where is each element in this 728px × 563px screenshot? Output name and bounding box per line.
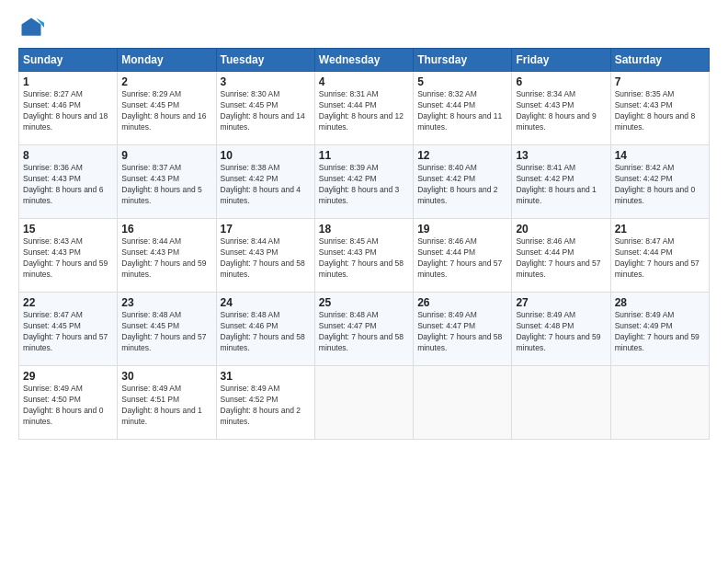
day-info: Sunrise: 8:49 AMSunset: 4:50 PMDaylight:… — [23, 384, 113, 428]
day-number: 31 — [221, 370, 311, 383]
calendar-cell: 3Sunrise: 8:30 AMSunset: 4:45 PMDaylight… — [216, 72, 314, 145]
day-number: 5 — [417, 75, 507, 88]
day-info: Sunrise: 8:47 AMSunset: 4:45 PMDaylight:… — [23, 310, 113, 354]
day-number: 26 — [417, 296, 507, 309]
logo-icon — [18, 15, 44, 40]
day-info: Sunrise: 8:48 AMSunset: 4:45 PMDaylight:… — [121, 310, 211, 354]
day-number: 13 — [516, 149, 606, 162]
day-info: Sunrise: 8:32 AMSunset: 4:44 PMDaylight:… — [417, 89, 507, 133]
day-info: Sunrise: 8:38 AMSunset: 4:42 PMDaylight:… — [221, 163, 311, 207]
day-info: Sunrise: 8:31 AMSunset: 4:44 PMDaylight:… — [319, 89, 409, 133]
calendar-cell — [314, 366, 413, 440]
calendar-cell: 20Sunrise: 8:46 AMSunset: 4:44 PMDayligh… — [512, 219, 610, 293]
day-number: 4 — [319, 75, 409, 88]
calendar-cell: 12Sunrise: 8:40 AMSunset: 4:42 PMDayligh… — [414, 145, 512, 219]
calendar-cell: 26Sunrise: 8:49 AMSunset: 4:47 PMDayligh… — [414, 293, 512, 366]
day-info: Sunrise: 8:44 AMSunset: 4:43 PMDaylight:… — [121, 236, 211, 281]
calendar-cell: 5Sunrise: 8:32 AMSunset: 4:44 PMDaylight… — [414, 72, 512, 145]
calendar-cell: 25Sunrise: 8:48 AMSunset: 4:47 PMDayligh… — [314, 293, 413, 366]
calendar-cell: 6Sunrise: 8:34 AMSunset: 4:43 PMDaylight… — [512, 72, 610, 145]
calendar-cell: 28Sunrise: 8:49 AMSunset: 4:49 PMDayligh… — [610, 293, 709, 366]
calendar-header: SundayMondayTuesdayWednesdayThursdayFrid… — [19, 49, 710, 72]
day-info: Sunrise: 8:46 AMSunset: 4:44 PMDaylight:… — [516, 236, 606, 281]
col-header-saturday: Saturday — [610, 49, 709, 72]
calendar-cell: 19Sunrise: 8:46 AMSunset: 4:44 PMDayligh… — [414, 219, 512, 293]
day-info: Sunrise: 8:34 AMSunset: 4:43 PMDaylight:… — [516, 89, 606, 133]
day-info: Sunrise: 8:45 AMSunset: 4:43 PMDaylight:… — [319, 236, 409, 281]
calendar-cell: 17Sunrise: 8:44 AMSunset: 4:43 PMDayligh… — [216, 219, 314, 293]
calendar-cell: 18Sunrise: 8:45 AMSunset: 4:43 PMDayligh… — [314, 219, 413, 293]
day-number: 9 — [121, 149, 211, 162]
header-row: SundayMondayTuesdayWednesdayThursdayFrid… — [19, 49, 710, 72]
day-info: Sunrise: 8:27 AMSunset: 4:46 PMDaylight:… — [23, 89, 113, 133]
calendar-cell: 11Sunrise: 8:39 AMSunset: 4:42 PMDayligh… — [314, 145, 413, 219]
day-number: 14 — [615, 149, 705, 162]
day-info: Sunrise: 8:47 AMSunset: 4:44 PMDaylight:… — [615, 236, 705, 281]
day-info: Sunrise: 8:49 AMSunset: 4:49 PMDaylight:… — [615, 310, 705, 354]
calendar-cell: 24Sunrise: 8:48 AMSunset: 4:46 PMDayligh… — [216, 293, 314, 366]
day-info: Sunrise: 8:49 AMSunset: 4:48 PMDaylight:… — [516, 310, 606, 354]
day-number: 2 — [121, 75, 211, 88]
calendar-week-1: 1Sunrise: 8:27 AMSunset: 4:46 PMDaylight… — [19, 72, 710, 145]
day-number: 6 — [516, 75, 606, 88]
day-info: Sunrise: 8:48 AMSunset: 4:47 PMDaylight:… — [319, 310, 409, 354]
day-info: Sunrise: 8:40 AMSunset: 4:42 PMDaylight:… — [417, 163, 507, 207]
day-info: Sunrise: 8:36 AMSunset: 4:43 PMDaylight:… — [23, 163, 113, 207]
calendar-week-2: 8Sunrise: 8:36 AMSunset: 4:43 PMDaylight… — [19, 145, 710, 219]
calendar-table: SundayMondayTuesdayWednesdayThursdayFrid… — [18, 48, 710, 440]
col-header-thursday: Thursday — [414, 49, 512, 72]
day-info: Sunrise: 8:48 AMSunset: 4:46 PMDaylight:… — [221, 310, 311, 354]
day-info: Sunrise: 8:46 AMSunset: 4:44 PMDaylight:… — [417, 236, 507, 281]
calendar-cell: 7Sunrise: 8:35 AMSunset: 4:43 PMDaylight… — [610, 72, 709, 145]
calendar-cell: 9Sunrise: 8:37 AMSunset: 4:43 PMDaylight… — [118, 145, 216, 219]
day-info: Sunrise: 8:30 AMSunset: 4:45 PMDaylight:… — [221, 89, 311, 133]
day-number: 12 — [417, 149, 507, 162]
calendar-cell: 15Sunrise: 8:43 AMSunset: 4:43 PMDayligh… — [19, 219, 118, 293]
svg-marker-0 — [22, 18, 41, 36]
day-number: 3 — [221, 75, 311, 88]
day-number: 22 — [23, 296, 113, 309]
logo — [18, 15, 48, 40]
day-number: 10 — [221, 149, 311, 162]
day-info: Sunrise: 8:49 AMSunset: 4:51 PMDaylight:… — [121, 384, 211, 428]
calendar-cell — [414, 366, 512, 440]
page: SundayMondayTuesdayWednesdayThursdayFrid… — [0, 0, 728, 563]
col-header-monday: Monday — [118, 49, 216, 72]
header — [18, 15, 710, 40]
calendar-cell: 27Sunrise: 8:49 AMSunset: 4:48 PMDayligh… — [512, 293, 610, 366]
col-header-wednesday: Wednesday — [314, 49, 413, 72]
day-number: 15 — [23, 223, 113, 236]
calendar-week-3: 15Sunrise: 8:43 AMSunset: 4:43 PMDayligh… — [19, 219, 710, 293]
calendar-cell — [610, 366, 709, 440]
day-info: Sunrise: 8:43 AMSunset: 4:43 PMDaylight:… — [23, 236, 113, 281]
calendar-cell: 16Sunrise: 8:44 AMSunset: 4:43 PMDayligh… — [118, 219, 216, 293]
day-info: Sunrise: 8:29 AMSunset: 4:45 PMDaylight:… — [121, 89, 211, 133]
day-number: 30 — [121, 370, 211, 383]
calendar-cell: 22Sunrise: 8:47 AMSunset: 4:45 PMDayligh… — [19, 293, 118, 366]
calendar-cell: 2Sunrise: 8:29 AMSunset: 4:45 PMDaylight… — [118, 72, 216, 145]
day-number: 24 — [221, 296, 311, 309]
day-number: 21 — [615, 223, 705, 236]
calendar-cell: 23Sunrise: 8:48 AMSunset: 4:45 PMDayligh… — [118, 293, 216, 366]
calendar-cell: 29Sunrise: 8:49 AMSunset: 4:50 PMDayligh… — [19, 366, 118, 440]
day-number: 8 — [23, 149, 113, 162]
calendar-cell — [512, 366, 610, 440]
day-info: Sunrise: 8:44 AMSunset: 4:43 PMDaylight:… — [221, 236, 311, 281]
day-number: 16 — [121, 223, 211, 236]
day-info: Sunrise: 8:41 AMSunset: 4:42 PMDaylight:… — [516, 163, 606, 207]
col-header-sunday: Sunday — [19, 49, 118, 72]
day-info: Sunrise: 8:39 AMSunset: 4:42 PMDaylight:… — [319, 163, 409, 207]
calendar-cell: 14Sunrise: 8:42 AMSunset: 4:42 PMDayligh… — [610, 145, 709, 219]
day-number: 23 — [121, 296, 211, 309]
calendar-body: 1Sunrise: 8:27 AMSunset: 4:46 PMDaylight… — [19, 72, 710, 440]
calendar-week-4: 22Sunrise: 8:47 AMSunset: 4:45 PMDayligh… — [19, 293, 710, 366]
day-number: 18 — [319, 223, 409, 236]
day-number: 28 — [615, 296, 705, 309]
calendar-week-5: 29Sunrise: 8:49 AMSunset: 4:50 PMDayligh… — [19, 366, 710, 440]
day-number: 25 — [319, 296, 409, 309]
calendar-cell: 21Sunrise: 8:47 AMSunset: 4:44 PMDayligh… — [610, 219, 709, 293]
calendar-cell: 8Sunrise: 8:36 AMSunset: 4:43 PMDaylight… — [19, 145, 118, 219]
day-number: 20 — [516, 223, 606, 236]
calendar-cell: 30Sunrise: 8:49 AMSunset: 4:51 PMDayligh… — [118, 366, 216, 440]
day-number: 19 — [417, 223, 507, 236]
